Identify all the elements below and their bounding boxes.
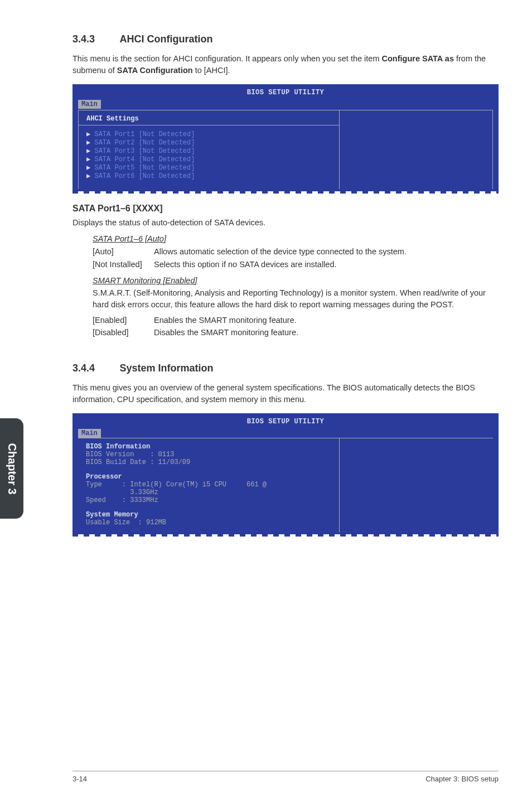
arrow-icon: ▶	[86, 131, 94, 138]
smart-desc: S.M.A.R.T. (Self-Monitoring, Analysis an…	[93, 287, 499, 311]
bios-panel-sysinfo: BIOS SETUP UTILITY Main BIOS Information…	[72, 413, 499, 534]
bios-item: SATA Port4 [Not Detected]	[94, 156, 195, 163]
intro-344: This menu gives you an overview of the g…	[72, 382, 499, 405]
bios-item: SATA Port5 [Not Detected]	[94, 164, 195, 172]
arrow-icon: ▶	[86, 164, 94, 172]
bios-value: BIOS Version : 0113	[86, 451, 333, 458]
def-row: [Auto] Allows automatic selection of the…	[93, 245, 499, 258]
bios-torn-edge	[72, 191, 499, 194]
bios-tab-main: Main	[78, 100, 101, 109]
bios-item: SATA Port3 [Not Detected]	[94, 147, 195, 155]
page-footer: 3-14 Chapter 3: BIOS setup	[72, 771, 499, 783]
sata-port-desc: Displays the status of auto-detection of…	[72, 217, 499, 229]
heading-344: 3.4.4 System Information	[72, 363, 499, 374]
heading-title: AHCI Configuration	[120, 33, 213, 45]
bios-item: SATA Port1 [Not Detected]	[94, 131, 195, 138]
bios-value: Speed : 3333MHz	[86, 496, 333, 504]
bios-item: SATA Port2 [Not Detected]	[94, 139, 195, 147]
def-val: Selects this option if no SATA devices a…	[154, 258, 499, 270]
bios-panel-ahci: BIOS SETUP UTILITY Main AHCI Settings ▶ …	[72, 84, 499, 191]
bios-title: BIOS SETUP UTILITY	[78, 89, 493, 96]
def-val: Allows automatic selection of the device…	[154, 245, 499, 258]
bios-left-pane: AHCI Settings ▶ SATA Port1 [Not Detected…	[78, 110, 340, 189]
arrow-icon: ▶	[86, 147, 94, 155]
def-key: [Enabled]	[93, 314, 154, 326]
bios-item: SATA Port6 [Not Detected]	[94, 172, 195, 180]
def-key: [Not Installed]	[93, 258, 154, 270]
sata-sub2: SMART Monitoring [Enabled]	[93, 276, 499, 285]
def-val: Disables the SMART monitoring feature.	[154, 326, 499, 339]
heading-number: 3.4.3	[72, 33, 95, 45]
chapter-side-tab: Chapter 3	[0, 418, 23, 519]
intro-part-d: SATA Configuration	[117, 66, 193, 75]
arrow-icon: ▶	[86, 156, 94, 163]
sata-port-heading: SATA Port1–6 [XXXX]	[72, 204, 499, 214]
arrow-icon: ▶	[86, 172, 94, 180]
def-row: [Not Installed] Selects this option if n…	[93, 258, 499, 270]
bios-label: BIOS Information	[86, 443, 333, 451]
bios-value: Usable Size : 912MB	[86, 519, 333, 526]
chapter-side-label: Chapter 3	[6, 443, 18, 494]
bios-left-pane: BIOS Information BIOS Version : 0113 BIO…	[78, 438, 340, 532]
sata-sub1: SATA Port1–6 [Auto]	[93, 234, 499, 243]
bios-section-heading: AHCI Settings	[79, 115, 339, 125]
intro-part-b: Configure SATA as	[382, 54, 454, 63]
bios-torn-edge	[72, 534, 499, 537]
bios-right-pane	[340, 110, 493, 189]
bios-right-pane	[340, 438, 493, 532]
intro-part-e: to [AHCI].	[193, 66, 230, 75]
def-key: [Disabled]	[93, 326, 154, 339]
bios-value: 3.33GHz	[86, 489, 333, 496]
def-row: [Enabled] Enables the SMART monitoring f…	[93, 314, 499, 326]
footer-chapter: Chapter 3: BIOS setup	[425, 775, 499, 783]
intro-part-a: This menu is the section for AHCI config…	[72, 54, 382, 63]
bios-label: System Memory	[86, 511, 333, 519]
bios-tab-main: Main	[78, 429, 101, 438]
footer-page-num: 3-14	[72, 775, 87, 783]
heading-title: System Information	[120, 363, 214, 374]
intro-343: This menu is the section for AHCI config…	[72, 53, 499, 76]
bios-title: BIOS SETUP UTILITY	[78, 418, 493, 426]
bios-label: Processor	[86, 473, 333, 481]
def-val: Enables the SMART monitoring feature.	[154, 314, 499, 326]
heading-343: 3.4.3 AHCI Configuration	[72, 33, 499, 45]
arrow-icon: ▶	[86, 139, 94, 147]
bios-value: BIOS Build Date : 11/03/09	[86, 458, 333, 466]
def-key: [Auto]	[93, 245, 154, 258]
heading-number: 3.4.4	[72, 363, 95, 374]
def-row: [Disabled] Disables the SMART monitoring…	[93, 326, 499, 339]
bios-value: Type : Intel(R) Core(TM) i5 CPU 661 @	[86, 481, 333, 489]
